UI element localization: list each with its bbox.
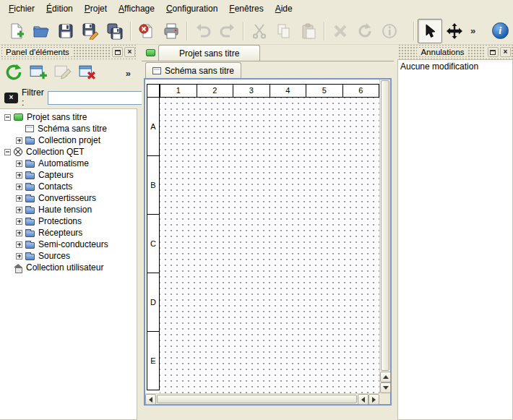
menu-configuration[interactable]: Configuration	[160, 1, 223, 17]
float-icon	[115, 50, 121, 55]
expander-closed-icon[interactable]	[16, 241, 22, 248]
float-panel-button[interactable]	[112, 47, 123, 57]
column-header: 5	[306, 85, 342, 97]
delete-button[interactable]	[328, 19, 353, 43]
tree-item-collection-projet[interactable]: Collection projet	[0, 134, 137, 146]
scroll-left-button-2[interactable]	[358, 394, 368, 405]
edit-element-button[interactable]	[52, 62, 74, 84]
folder-icon	[25, 196, 35, 202]
expander-open-icon[interactable]	[4, 114, 11, 121]
cut-button[interactable]	[247, 19, 272, 43]
open-project-button[interactable]	[29, 19, 53, 43]
new-project-button[interactable]	[4, 19, 29, 43]
scroll-down-icon	[383, 386, 389, 390]
save-all-button[interactable]	[103, 19, 127, 43]
menu-affichage[interactable]: Affichage	[113, 1, 160, 17]
tree-item-collection-qet[interactable]: Collection QET	[0, 146, 137, 158]
tree-item-contacts[interactable]: Contacts	[0, 181, 137, 192]
expander-closed-icon[interactable]	[16, 195, 22, 202]
toolbar-overflow-chevron-icon[interactable]: »	[467, 25, 479, 36]
diagram-canvas[interactable]	[160, 98, 379, 393]
close-panel-button[interactable]: ×	[500, 47, 511, 57]
undo-icon	[194, 22, 212, 40]
column-header: 1	[160, 85, 197, 97]
tree-item-convertisseurs[interactable]: Convertisseurs	[0, 192, 137, 204]
float-panel-button[interactable]	[488, 47, 499, 57]
expander-closed-icon[interactable]	[16, 230, 22, 236]
menu-fenetres[interactable]: Fenêtres	[223, 1, 269, 17]
paste-button[interactable]	[296, 19, 321, 43]
expander-closed-icon[interactable]	[16, 160, 22, 167]
select-mode-button[interactable]	[418, 19, 442, 43]
save-as-button[interactable]	[78, 19, 103, 43]
tree-item-automatisme[interactable]: Automatisme	[0, 158, 137, 169]
redo-button[interactable]	[215, 19, 240, 43]
tree-item-semi-conducteurs[interactable]: Semi-conducteurs	[0, 239, 137, 250]
clear-filter-button[interactable]: ×	[4, 93, 18, 103]
undo-panel-titlebar[interactable]: Annulations ×	[397, 45, 513, 59]
undo-button[interactable]	[191, 19, 215, 43]
new-element-icon	[29, 63, 48, 84]
column-header: 3	[233, 85, 270, 97]
column-header: 6	[342, 85, 379, 97]
print-icon	[163, 22, 180, 40]
panel-overflow-chevron-icon[interactable]: »	[122, 68, 134, 79]
expander-open-icon[interactable]	[4, 149, 11, 155]
close-project-button[interactable]	[134, 19, 159, 43]
rotate-button[interactable]	[353, 19, 377, 43]
save-as-icon	[82, 22, 99, 40]
vertical-scrollbar-track[interactable]	[380, 80, 390, 372]
horizontal-scrollbar-track[interactable]	[156, 394, 358, 404]
horizontal-scrollbar[interactable]	[145, 393, 379, 404]
project-window: Schéma sans titre 1 2 3 4 5 6 A	[144, 61, 392, 406]
reload-collections-button[interactable]	[3, 62, 25, 84]
redo-icon	[219, 22, 236, 40]
menu-aide[interactable]: Aide	[270, 1, 298, 17]
vertical-scrollbar[interactable]	[379, 80, 390, 393]
tree-item-capteurs[interactable]: Capteurs	[0, 169, 137, 181]
scroll-right-button[interactable]	[368, 394, 379, 405]
tree-item-recepteurs[interactable]: Récepteurs	[0, 227, 137, 239]
qelectrotech-window: Fichier Édition Projet Affichage Configu…	[0, 0, 513, 420]
vertical-scrollbar-thumb[interactable]	[381, 80, 389, 371]
expander-closed-icon[interactable]	[16, 137, 22, 144]
project-window-icon[interactable]	[146, 49, 155, 56]
print-button[interactable]	[159, 19, 184, 43]
expander-closed-icon[interactable]	[16, 184, 22, 190]
elements-panel-titlebar[interactable]: Panel d'éléments ×	[0, 45, 137, 59]
menu-projet[interactable]: Projet	[79, 1, 113, 17]
tree-item-projet-sans-titre[interactable]: Projet sans titre	[0, 111, 137, 123]
menu-fichier[interactable]: Fichier	[3, 1, 40, 17]
new-element-button[interactable]	[27, 62, 49, 84]
save-button[interactable]	[53, 19, 78, 43]
delete-element-button[interactable]	[77, 62, 98, 84]
folder-icon	[25, 254, 35, 260]
expander-closed-icon[interactable]	[16, 207, 22, 213]
undo-history-list[interactable]: Aucune modification	[397, 59, 513, 420]
expander-closed-icon[interactable]	[16, 218, 22, 225]
diagram-tab[interactable]: Schéma sans titre	[145, 62, 241, 78]
scroll-left-icon	[149, 397, 152, 403]
tree-item-sources[interactable]: Sources	[0, 250, 137, 262]
tree-item-haute-tension[interactable]: Haute tension	[0, 204, 137, 215]
scroll-left-button[interactable]	[145, 394, 156, 405]
tree-item-label: Récepteurs	[38, 228, 82, 238]
about-qet-button[interactable]: i	[488, 19, 512, 43]
scroll-up-button[interactable]	[380, 372, 391, 382]
toolbar-separator	[243, 22, 244, 40]
horizontal-scrollbar-thumb[interactable]	[157, 395, 357, 403]
project-tab[interactable]: Projet sans titre	[158, 45, 260, 61]
pan-mode-button[interactable]	[442, 19, 467, 43]
close-panel-button[interactable]: ×	[124, 47, 135, 57]
tree-item-collection-utilisateur[interactable]: Collection utilisateur	[0, 262, 137, 273]
element-info-button[interactable]	[377, 19, 402, 43]
tree-item-protections[interactable]: Protections	[0, 215, 137, 227]
expander-closed-icon[interactable]	[16, 253, 22, 260]
tree-item-schema-sans-titre[interactable]: Schéma sans titre	[0, 123, 137, 134]
copy-button[interactable]	[272, 19, 296, 43]
expander-closed-icon[interactable]	[16, 172, 22, 179]
scroll-down-button[interactable]	[380, 382, 391, 393]
tree-item-label: Semi-conducteurs	[38, 239, 108, 249]
menu-edition[interactable]: Édition	[40, 1, 79, 17]
tree-item-label: Protections	[38, 216, 82, 226]
